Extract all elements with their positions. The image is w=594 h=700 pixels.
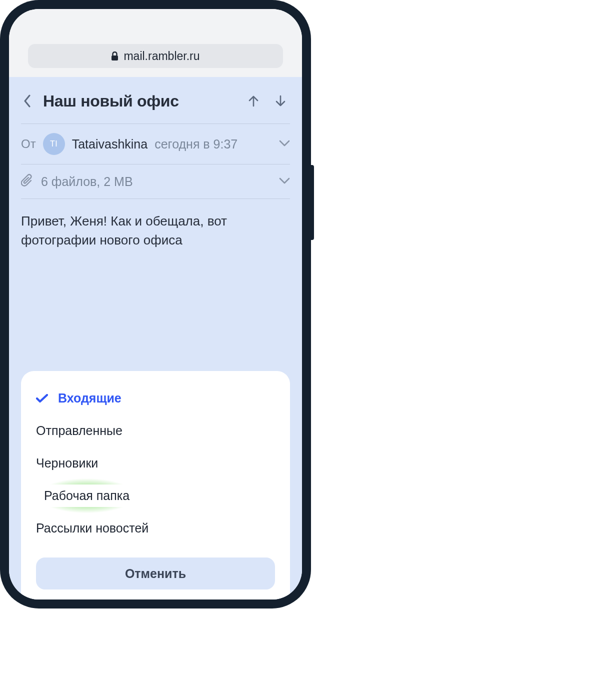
next-email-button[interactable] [274, 94, 287, 108]
folder-action-sheet: Входящие Отправленные Черновики Рабочая … [21, 371, 290, 600]
from-label: От [21, 137, 36, 151]
sender-avatar: TI [43, 133, 65, 155]
phone-screen: mail.rambler.ru Наш новый офис [9, 9, 302, 600]
folder-label: Рабочая папка [44, 488, 130, 502]
chevron-down-icon [279, 177, 290, 186]
browser-address-bar: mail.rambler.ru [9, 9, 302, 77]
cancel-button[interactable]: Отменить [36, 558, 275, 590]
address-pill[interactable]: mail.rambler.ru [28, 44, 283, 68]
address-url: mail.rambler.ru [124, 50, 200, 63]
folder-label: Входящие [58, 391, 122, 406]
phone-frame: mail.rambler.ru Наш новый офис [0, 0, 311, 608]
email-subject: Наш новый офис [43, 92, 241, 110]
avatar-initials: TI [50, 140, 58, 148]
attachments-row[interactable]: 6 файлов, 2 MB [21, 164, 290, 199]
cancel-label: Отменить [125, 566, 186, 581]
sender-time: сегодня в 9:37 [154, 137, 238, 152]
app-content: Наш новый офис От [9, 77, 302, 600]
folder-item-work[interactable]: Рабочая папка [21, 480, 290, 512]
attachments-summary: 6 файлов, 2 MB [41, 174, 133, 189]
lock-icon [111, 52, 118, 60]
chevron-down-icon [279, 140, 290, 148]
sender-row[interactable]: От TI Tataivashkina сегодня в 9:37 [21, 124, 290, 164]
phone-side-button [311, 165, 314, 240]
folder-label: Рассылки новостей [36, 521, 148, 536]
folder-item-inbox[interactable]: Входящие [21, 382, 290, 414]
email-header: Наш новый офис [9, 77, 302, 124]
email-body: Привет, Женя! Как и обещала, вот фотогра… [9, 199, 302, 250]
back-button[interactable] [17, 91, 37, 111]
svg-rect-0 [112, 56, 118, 60]
folder-label: Отправленные [36, 424, 122, 438]
folder-item-newsletters[interactable]: Рассылки новостей [21, 512, 290, 544]
email-meta: От TI Tataivashkina сегодня в 9:37 [9, 124, 302, 199]
check-icon [36, 394, 48, 403]
prev-email-button[interactable] [247, 94, 260, 108]
sender-name: Tataivashkina [72, 137, 148, 152]
folder-label: Черновики [36, 456, 98, 470]
folder-item-sent[interactable]: Отправленные [21, 414, 290, 447]
paperclip-icon [21, 174, 34, 190]
